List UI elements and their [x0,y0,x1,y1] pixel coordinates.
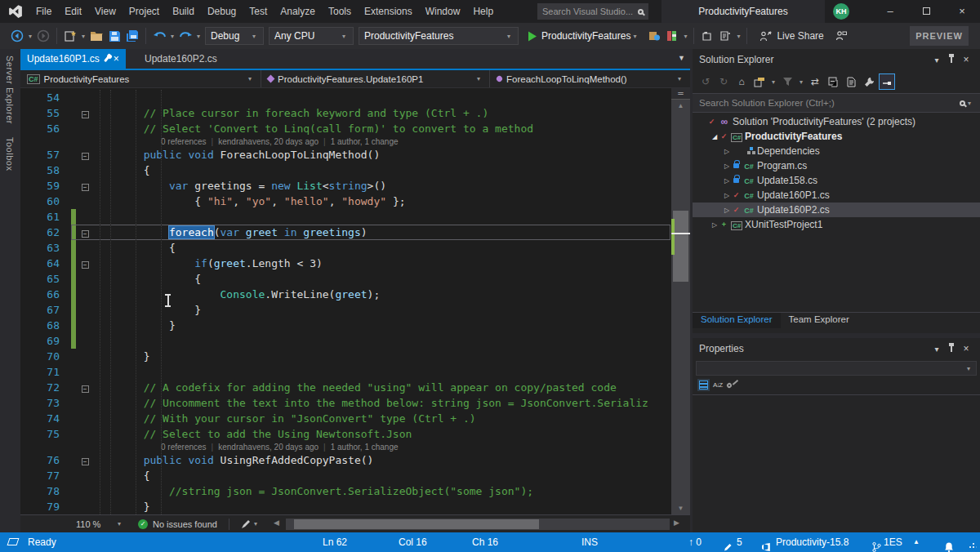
code-text-59[interactable]: var greetings = new List<string>() [92,178,386,194]
pin-icon[interactable] [944,56,959,65]
profiler-dropdown[interactable]: ▾ [681,33,689,40]
line-number-65[interactable]: 65 [20,271,71,287]
expander-collapsed-icon[interactable]: ▷ [722,192,732,199]
vs-search-box[interactable]: Search Visual Studio... [537,3,648,20]
navigate-forward-button[interactable] [35,27,51,45]
toolbox-tab[interactable]: Toolbox [5,131,15,177]
menu-tools[interactable]: Tools [322,6,358,17]
code-text-75[interactable]: // Select to add the Using Newtonsoft.Js… [92,426,412,442]
menu-edit[interactable]: Edit [58,6,88,17]
git-branch-icon[interactable] [872,537,881,552]
feedback-icon[interactable] [833,27,849,45]
minimize-button[interactable]: – [872,0,908,23]
find-in-files-icon[interactable] [699,27,715,45]
fold-collapse-box[interactable]: − [82,184,89,191]
open-folder-button[interactable] [88,27,105,45]
scroll-left-arrow[interactable]: ◀ [274,519,279,527]
zoom-level-dropdown[interactable]: 110 % ▾ [76,519,123,529]
fold-collapse-box[interactable]: − [82,458,89,465]
line-number-75[interactable]: 75 [20,426,71,442]
save-button[interactable] [106,27,122,45]
tree-item-update160p2-cs[interactable]: ▷✓C#Update160P2.cs [693,203,980,217]
line-number-73[interactable]: 73 [20,395,71,411]
preview-badge[interactable]: PREVIEW [910,26,969,46]
code-text-78[interactable]: //string json = JsonConvert.SerializeObj… [92,483,533,499]
line-number-58[interactable]: 58 [20,162,71,178]
filter-dropdown[interactable]: ▾ [797,78,805,86]
alphabetical-sort-icon[interactable]: A↓Z [713,381,722,389]
split-editor-handle[interactable]: ═ [671,88,690,100]
code-text-63[interactable]: { [92,240,176,256]
line-number-69[interactable]: 69 [20,333,71,349]
breadcrumb-type-dropdown[interactable]: ProductivityFeatures.Update160P1 ▾ [261,70,490,87]
account-avatar[interactable]: KH [833,3,849,20]
navigate-to-icon[interactable] [717,27,733,45]
property-pages-icon[interactable] [726,381,733,388]
menu-test[interactable]: Test [243,6,274,17]
branch-name-button[interactable]: 1ES [884,532,902,552]
collapse-all-icon[interactable] [825,73,841,90]
properties-wrench-icon[interactable] [861,73,877,90]
breadcrumb-member-dropdown[interactable]: ForeachLoopToLinqMethod() ▾ [490,70,690,87]
expander-collapsed-icon[interactable]: ▷ [722,162,732,170]
fold-collapse-box[interactable]: − [82,230,89,238]
expander-collapsed-icon[interactable]: ▷ [722,177,732,185]
code-text-56[interactable]: // Select 'Convert to Linq(call form)' t… [92,121,533,136]
line-number-61[interactable]: 61 [20,209,71,225]
start-debugging-button[interactable]: ProductivityFeatures ▾ [528,30,639,42]
code-text-67[interactable]: } [92,302,201,318]
navigate-back-dropdown[interactable]: ▾ [26,33,34,40]
codelens-info[interactable]: 0 references|kendrahavens, 20 days ago|1… [20,442,671,452]
code-text-64[interactable]: if(greet.Length < 3) [92,256,323,271]
scroll-down-arrow[interactable]: ▼ [671,503,690,514]
menu-project[interactable]: Project [122,6,166,17]
line-number-56[interactable]: 56 [20,121,71,136]
fold-collapse-box[interactable]: − [82,261,89,269]
line-number-79[interactable]: 79 [20,499,71,514]
pin-icon[interactable] [104,56,109,61]
code-text-70[interactable]: } [92,349,149,364]
pending-edits-icon[interactable] [724,537,733,552]
document-list-dropdown[interactable]: ▼ [678,54,685,62]
expander-collapsed-icon[interactable]: ▷ [722,148,732,155]
line-number-70[interactable]: 70 [20,349,71,364]
editor-vertical-scrollbar[interactable]: ═ ▲ ▼ [671,88,690,514]
branch-menu-caret[interactable]: ▲ [913,532,920,552]
scrollbar-thumb[interactable] [673,211,688,282]
back-icon[interactable]: ↺ [697,73,714,90]
switch-views-icon[interactable] [751,73,768,90]
forward-icon[interactable]: ↻ [715,73,732,90]
navigate-back-button[interactable] [9,27,25,45]
close-icon[interactable]: × [959,343,973,354]
redo-button[interactable] [177,27,194,45]
line-number-64[interactable]: 64 [20,256,71,271]
solution-explorer-search[interactable]: Search Solution Explorer (Ctrl+;) ▾ [693,93,980,113]
line-number-54[interactable]: 54 [20,90,71,105]
tree-item-xunittestproject1[interactable]: ▷+C#XUnitTestProject1 [693,217,980,232]
new-project-dropdown[interactable]: ▾ [79,33,87,40]
attach-debugger-icon[interactable] [646,27,662,45]
code-text-77[interactable]: { [92,468,149,483]
chevron-down-icon[interactable]: ▾ [929,345,944,354]
line-number-67[interactable]: 67 [20,302,71,318]
filter-icon[interactable] [779,73,795,90]
code-text-60[interactable]: { "hi", "yo", "hello", "howdy" }; [92,194,406,209]
line-number-74[interactable]: 74 [20,411,71,426]
code-text-73[interactable]: // Uncomment the text into the method be… [92,395,648,411]
line-number-55[interactable]: 55 [20,105,71,121]
pin-icon[interactable] [944,345,959,354]
breadcrumb-project-dropdown[interactable]: C# ProductivityFeatures ▾ [20,70,261,87]
fold-collapse-box[interactable]: − [82,385,89,393]
editor-horizontal-scrollbar[interactable] [286,519,670,530]
solution-explorer-bottom-tab[interactable]: Solution Explorer [693,313,781,328]
tab-update160p1[interactable]: Update160P1.cs × [20,49,126,69]
fold-collapse-box[interactable]: − [82,153,89,160]
properties-object-dropdown[interactable]: ▾ [696,361,977,376]
code-text-76[interactable]: public void UsingRefAddedCopyPaste() [92,452,373,468]
expander-expanded-icon[interactable]: ◢ [710,133,719,140]
codelens-info[interactable]: 0 references|kendrahavens, 20 days ago|1… [20,136,671,147]
resize-grip[interactable] [969,541,977,549]
code-text-58[interactable]: { [92,162,149,178]
code-cleanup-dropdown[interactable]: ▾ [252,520,260,528]
code-editor[interactable]: 5455− // Place cursor in foreach keyword… [20,88,671,514]
